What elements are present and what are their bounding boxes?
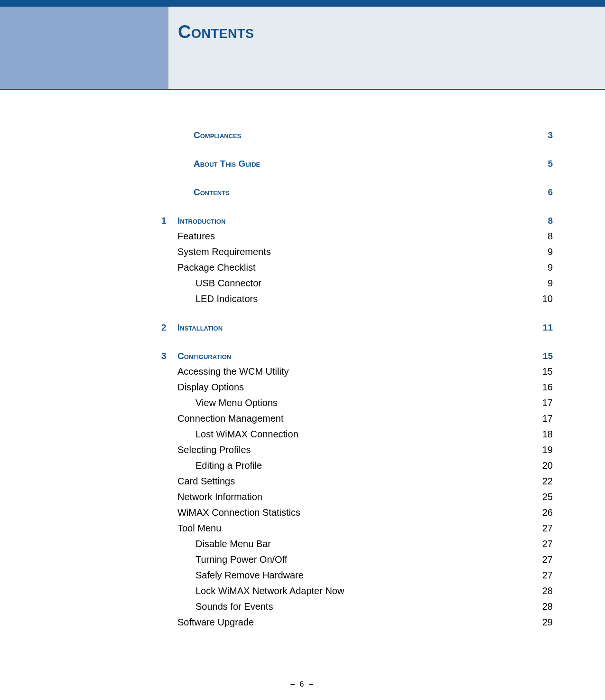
toc-page-number: 17 xyxy=(529,413,553,424)
toc-item-title: Software Upgrade xyxy=(161,617,529,628)
toc-row[interactable]: Lost WiMAX Connection18 xyxy=(161,429,553,440)
toc-page-number: 15 xyxy=(529,351,553,361)
toc-row[interactable]: View Menu Options17 xyxy=(161,397,553,408)
toc-page-number: 25 xyxy=(529,492,553,502)
toc-heading-title: Configuration xyxy=(177,351,529,361)
toc-item-title: Package Checklist xyxy=(161,262,529,273)
toc-item-title: WiMAX Connection Statistics xyxy=(161,507,529,518)
toc-item-title: Selecting Profiles xyxy=(161,445,529,455)
toc-item-title: Safely Remove Hardware xyxy=(161,570,529,581)
toc-item-title: LED Indicators xyxy=(161,293,529,304)
toc-page-number: 27 xyxy=(529,539,553,549)
toc-chapter-number: 1 xyxy=(161,216,177,226)
toc-row[interactable]: Safely Remove Hardware27 xyxy=(161,570,553,581)
toc-page-number: 27 xyxy=(529,570,553,581)
toc-row[interactable]: Package Checklist9 xyxy=(161,262,553,273)
toc-item-title: Lost WiMAX Connection xyxy=(161,429,529,440)
toc-page-number: 28 xyxy=(529,601,553,612)
spacer xyxy=(161,338,553,351)
toc-row[interactable]: Selecting Profiles19 xyxy=(161,445,553,455)
spacer xyxy=(161,309,553,322)
toc-page-number: 10 xyxy=(529,293,553,304)
toc-item-title: Accessing the WCM Utility xyxy=(161,366,529,377)
toc-row[interactable]: Editing a Profile20 xyxy=(161,460,553,471)
toc-page-number: 17 xyxy=(529,397,553,408)
toc-item-title: System Requirements xyxy=(161,246,529,257)
toc-item-title: Features xyxy=(161,231,529,242)
toc-row[interactable]: 1Introduction8 xyxy=(161,216,553,226)
toc-heading-title: Compliances xyxy=(177,130,529,141)
toc-row[interactable]: System Requirements9 xyxy=(161,246,553,257)
toc-item-title: Lock WiMAX Network Adapter Now xyxy=(161,586,529,596)
toc-page-number: 3 xyxy=(529,130,553,141)
toc-row[interactable]: Compliances3 xyxy=(161,130,553,141)
toc-item-title: View Menu Options xyxy=(161,397,529,408)
toc-heading-title: Introduction xyxy=(177,216,529,226)
toc-container: Compliances3About This Guide5Contents61I… xyxy=(0,90,605,661)
toc-heading-title: About This Guide xyxy=(177,159,529,169)
toc-row[interactable]: Network Information25 xyxy=(161,492,553,502)
toc-page-number: 19 xyxy=(529,445,553,455)
toc-item-title: Turning Power On/Off xyxy=(161,554,529,565)
toc-heading-title: Installation xyxy=(177,322,529,333)
top-accent-bar xyxy=(0,0,605,7)
toc-item-title: Network Information xyxy=(161,492,529,502)
toc-page-number: 20 xyxy=(529,460,553,471)
toc-chapter-number: 2 xyxy=(161,322,177,333)
toc-row[interactable]: LED Indicators10 xyxy=(161,293,553,304)
header-right-block: Contents xyxy=(168,7,605,89)
toc-row[interactable]: Accessing the WCM Utility15 xyxy=(161,366,553,377)
toc-row[interactable]: Contents6 xyxy=(161,187,553,198)
toc-page-number: 9 xyxy=(529,262,553,273)
toc-item-title: Sounds for Events xyxy=(161,601,529,612)
toc-row[interactable]: Connection Management17 xyxy=(161,413,553,424)
header-area: Contents xyxy=(0,7,605,90)
toc-row[interactable]: Tool Menu27 xyxy=(161,523,553,534)
toc-item-title: Disable Menu Bar xyxy=(161,539,529,549)
toc-item-title: Tool Menu xyxy=(161,523,529,534)
toc-page-number: 22 xyxy=(529,476,553,487)
toc-page-number: 27 xyxy=(529,523,553,534)
toc-page-number: 26 xyxy=(529,507,553,518)
toc-item-title: USB Connector xyxy=(161,278,529,289)
toc-page-number: 18 xyxy=(529,429,553,440)
toc-page-number: 16 xyxy=(529,382,553,393)
toc-row[interactable]: 3Configuration15 xyxy=(161,351,553,361)
toc-page-number: 15 xyxy=(529,366,553,377)
toc-page-number: 9 xyxy=(529,246,553,257)
toc-heading-title: Contents xyxy=(177,187,529,198)
toc-row[interactable]: WiMAX Connection Statistics26 xyxy=(161,507,553,518)
page-number-marker: – 6 – xyxy=(290,680,315,688)
toc-page-number: 29 xyxy=(529,617,553,628)
toc-chapter-number: 3 xyxy=(161,351,177,361)
toc-page-number: 8 xyxy=(529,216,553,226)
toc-page-number: 5 xyxy=(529,159,553,169)
toc-row[interactable]: Sounds for Events28 xyxy=(161,601,553,612)
toc-page-number: 27 xyxy=(529,554,553,565)
toc-row[interactable]: Disable Menu Bar27 xyxy=(161,539,553,549)
toc-row[interactable]: Card Settings22 xyxy=(161,476,553,487)
toc-page-number: 9 xyxy=(529,278,553,289)
page-footer: – 6 – xyxy=(0,661,605,700)
toc-row[interactable]: Features8 xyxy=(161,231,553,242)
toc-row[interactable]: Display Options16 xyxy=(161,382,553,393)
toc-page-number: 8 xyxy=(529,231,553,242)
header-left-block xyxy=(0,7,168,89)
toc-row[interactable]: 2Installation11 xyxy=(161,322,553,333)
toc-item-title: Card Settings xyxy=(161,476,529,487)
toc-row[interactable]: USB Connector9 xyxy=(161,278,553,289)
toc-page-number: 28 xyxy=(529,586,553,596)
toc-row[interactable]: Software Upgrade29 xyxy=(161,617,553,628)
toc-page-number: 6 xyxy=(529,187,553,198)
page-title: Contents xyxy=(178,22,605,42)
toc-row[interactable]: Lock WiMAX Network Adapter Now28 xyxy=(161,586,553,596)
spacer xyxy=(161,174,553,187)
spacer xyxy=(161,202,553,216)
toc-row[interactable]: Turning Power On/Off27 xyxy=(161,554,553,565)
spacer xyxy=(161,145,553,159)
toc-row[interactable]: About This Guide5 xyxy=(161,159,553,169)
toc-item-title: Editing a Profile xyxy=(161,460,529,471)
toc-item-title: Display Options xyxy=(161,382,529,393)
toc-item-title: Connection Management xyxy=(161,413,529,424)
toc-page-number: 11 xyxy=(529,322,553,333)
